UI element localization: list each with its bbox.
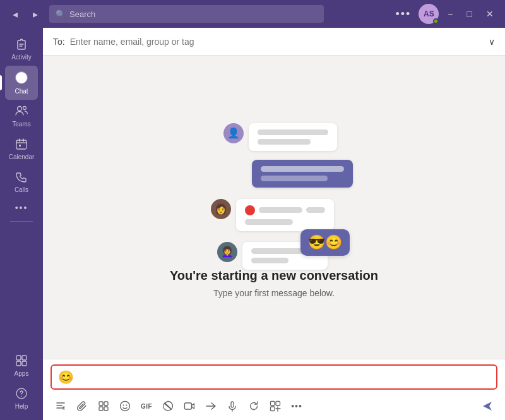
message-toolbar: GIF [50,393,497,420]
calls-icon [15,171,28,185]
search-input[interactable] [69,9,318,19]
svg-rect-4 [16,140,27,149]
sidebar-item-help[interactable]: Help [5,382,38,415]
more-toolbar-button[interactable]: ••• [287,396,307,416]
teams-icon [15,105,28,119]
svg-rect-19 [185,403,192,409]
svg-point-17 [123,405,124,406]
attach-button[interactable] [72,396,92,416]
conversation-area: 👤 👩 [43,56,505,359]
chat-illustration: 👤 👩 [186,117,362,256]
titlebar: ◂ ▸ 🔍 ••• AS − □ ✕ [0,0,505,28]
svg-rect-6 [16,356,21,360]
svg-rect-12 [99,402,103,405]
emoji-button[interactable] [115,396,135,416]
svg-rect-8 [16,361,21,366]
more-button[interactable]: ••• [391,5,415,23]
sticker-button[interactable] [158,396,178,416]
avatar-2: 👩 [211,199,231,219]
bubble-card-3 [236,199,334,231]
calendar-icon [15,138,28,152]
svg-rect-21 [271,402,275,406]
svg-point-18 [126,405,128,406]
to-label: To: [53,37,65,47]
app-body: Activity Chat [0,28,505,420]
avatar-initials: AS [424,9,434,18]
audio-button[interactable] [222,396,242,416]
send-button[interactable] [477,396,497,416]
new-conversation-subtext: Type your first message below. [213,288,335,298]
forward-button[interactable]: ▸ [27,5,44,23]
sidebar: Activity Chat [0,28,43,420]
more-dots-icon: ••• [15,203,28,212]
to-bar: To: ∨ [43,28,505,56]
sidebar-item-more[interactable]: ••• [5,198,38,217]
activity-icon [15,38,28,52]
meet-button[interactable] [179,396,199,416]
search-icon: 🔍 [56,9,66,19]
avatar-1: 👤 [223,123,244,143]
sidebar-label-calendar: Calendar [9,153,35,160]
sidebar-item-activity[interactable]: Activity [5,33,38,66]
back-button[interactable]: ◂ [6,5,24,23]
emoji-bubble: 😎😊 [300,229,350,256]
sidebar-label-help: Help [15,403,28,410]
delivery-button[interactable] [201,396,221,416]
emoji-in-input: 😊 [58,369,74,385]
svg-point-16 [121,402,130,411]
chat-icon [15,71,28,87]
new-conversation-heading: You're starting a new conversation [170,268,378,283]
sidebar-label-calls: Calls [15,186,28,193]
sidebar-divider [10,221,33,222]
minimize-button[interactable]: − [443,6,458,21]
sidebar-item-teams[interactable]: Teams [5,100,38,133]
to-input[interactable] [70,37,484,47]
message-text-input[interactable] [74,369,490,385]
svg-rect-14 [99,407,103,411]
loop-button[interactable] [93,396,114,416]
close-button[interactable]: ✕ [481,6,499,21]
svg-point-3 [23,107,27,110]
main-content: To: ∨ 👤 [43,28,505,420]
bubble-card-1 [249,123,337,151]
apps-ext-button[interactable] [265,396,285,416]
svg-rect-5 [19,145,21,147]
svg-rect-20 [231,402,234,407]
svg-rect-9 [22,361,27,366]
apps-icon [15,354,28,369]
svg-point-2 [18,107,22,111]
svg-rect-22 [276,402,280,406]
message-input-box[interactable]: 😊 [50,364,497,390]
svg-rect-23 [271,407,275,411]
format-button[interactable] [50,396,71,416]
loop2-button[interactable] [244,396,264,416]
svg-point-11 [21,396,22,397]
titlebar-actions: ••• AS − □ ✕ [391,4,499,24]
sidebar-label-chat: Chat [15,88,28,95]
sidebar-label-apps: Apps [15,370,29,377]
search-bar[interactable]: 🔍 [49,5,324,23]
sidebar-label-teams: Teams [12,121,30,128]
svg-rect-15 [104,407,108,411]
avatar-button[interactable]: AS [419,4,439,24]
nav-buttons: ◂ ▸ [6,5,44,23]
sidebar-item-chat[interactable]: Chat [5,66,38,100]
gif-button[interactable]: GIF [136,396,157,416]
avatar-3: 👩‍🦱 [217,242,237,262]
input-area: 😊 [43,359,505,420]
sidebar-item-calendar[interactable]: Calendar [5,133,38,165]
sidebar-label-activity: Activity [11,54,32,61]
avatar-status [433,18,439,24]
help-icon [15,387,28,402]
bubble-card-2 [252,160,353,188]
svg-rect-13 [104,402,108,405]
sidebar-item-calls[interactable]: Calls [5,165,38,198]
maximize-button[interactable]: □ [462,6,477,21]
svg-rect-7 [22,356,27,360]
sidebar-item-apps[interactable]: Apps [5,349,38,382]
chevron-down-icon[interactable]: ∨ [489,37,495,47]
